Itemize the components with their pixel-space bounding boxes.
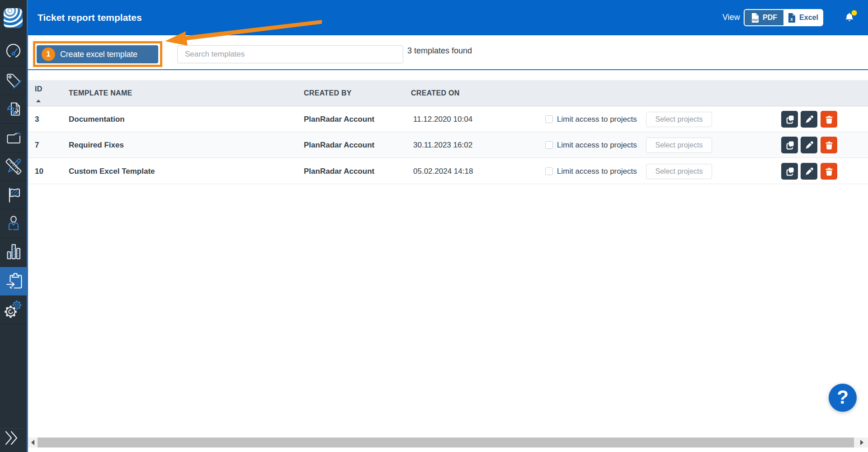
svg-text:x: x <box>790 17 793 22</box>
svg-text:PDF: PDF <box>752 19 758 22</box>
